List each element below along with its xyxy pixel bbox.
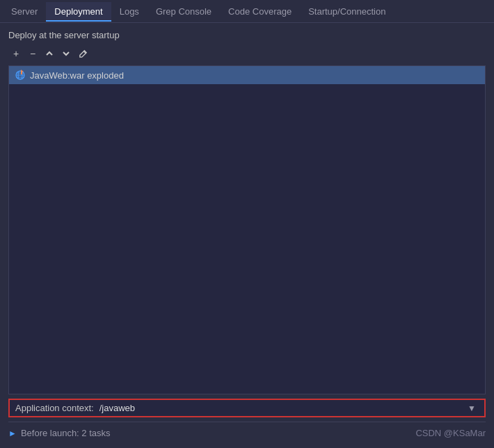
- app-context-input-wrapper: [99, 403, 465, 413]
- app-context-dropdown-button[interactable]: ▼: [465, 403, 479, 413]
- add-button[interactable]: +: [8, 46, 24, 61]
- move-down-button[interactable]: [58, 46, 74, 61]
- chevron-down-icon: [62, 49, 70, 58]
- deployment-item-label: JavaWeb:war exploded: [30, 70, 124, 81]
- before-launch[interactable]: ► Before launch: 2 tasks: [8, 428, 111, 438]
- before-launch-arrow-icon: ►: [8, 429, 17, 438]
- remove-button[interactable]: −: [25, 46, 40, 61]
- move-up-button[interactable]: [42, 46, 57, 61]
- tab-grep-console[interactable]: Grep Console: [148, 2, 220, 21]
- tab-logs[interactable]: Logs: [111, 2, 148, 21]
- section-title: Deploy at the server startup: [8, 30, 486, 40]
- tab-startup-connection[interactable]: Startup/Connection: [300, 2, 394, 21]
- deployment-list[interactable]: JavaWeb:war exploded: [8, 65, 486, 394]
- tab-server[interactable]: Server: [3, 2, 46, 21]
- chevron-up-icon: [45, 49, 54, 58]
- war-exploded-icon: [15, 70, 26, 81]
- app-context-input[interactable]: [99, 403, 465, 413]
- toolbar: + −: [8, 46, 486, 61]
- tab-deployment[interactable]: Deployment: [46, 2, 111, 21]
- edit-icon: [79, 49, 88, 58]
- before-launch-label: Before launch: 2 tasks: [21, 428, 111, 438]
- app-context-label: Application context:: [15, 403, 94, 413]
- deployment-item[interactable]: JavaWeb:war exploded: [9, 66, 485, 84]
- footer: ► Before launch: 2 tasks CSDN @KSaMar: [8, 422, 486, 441]
- edit-button[interactable]: [75, 46, 90, 61]
- tab-bar: Server Deployment Logs Grep Console Code…: [0, 0, 494, 23]
- tab-code-coverage[interactable]: Code Coverage: [220, 2, 300, 21]
- footer-brand: CSDN @KSaMar: [415, 428, 486, 438]
- app-context-row: Application context: ▼: [8, 399, 486, 417]
- main-content: Deploy at the server startup + −: [0, 23, 494, 448]
